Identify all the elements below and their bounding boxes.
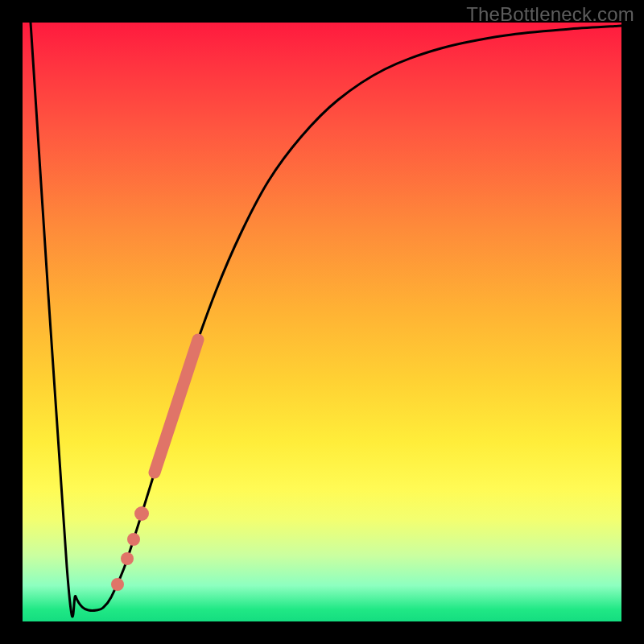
chart-frame: TheBottleneck.com [0,0,644,644]
dot-4 [111,578,124,591]
curve-group [31,23,621,617]
dot-2 [127,533,140,546]
bottleneck-curve [31,23,621,617]
watermark-text: TheBottleneck.com [466,3,634,26]
highlight-band [155,340,198,473]
dot-3 [121,552,134,565]
dot-1 [134,506,149,521]
chart-svg [23,23,621,621]
chart-plot-area [23,23,621,621]
